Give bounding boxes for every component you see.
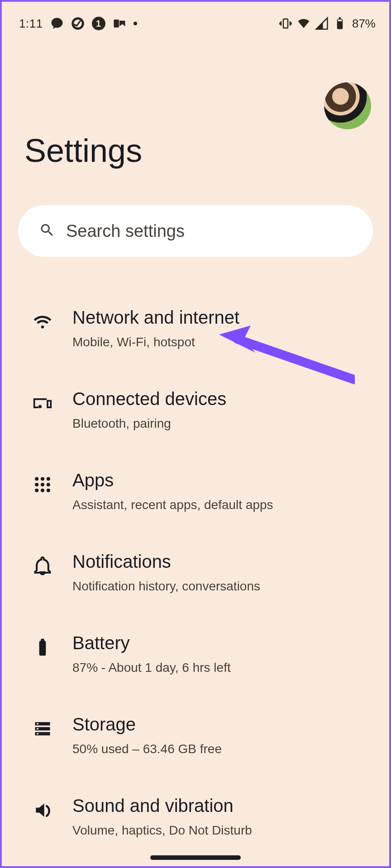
notification-count-badge: 1	[92, 17, 105, 30]
svg-point-13	[47, 489, 50, 492]
item-connected-devices[interactable]: Connected devices Bluetooth, pairing	[2, 370, 389, 451]
wifi-icon	[33, 312, 52, 332]
header: Settings	[2, 37, 389, 169]
item-subtitle: 87% - About 1 day, 6 hrs left	[72, 659, 371, 676]
svg-point-9	[41, 483, 44, 486]
item-subtitle: Volume, haptics, Do Not Disturb	[72, 822, 371, 839]
svg-point-11	[35, 489, 38, 492]
apps-icon	[33, 475, 52, 495]
volume-icon	[33, 800, 52, 820]
svg-rect-0	[114, 19, 119, 28]
profile-avatar[interactable]	[324, 82, 371, 129]
outlook-icon	[113, 17, 126, 30]
item-apps[interactable]: Apps Assistant, recent apps, default app…	[2, 451, 389, 533]
item-battery[interactable]: Battery 87% - About 1 day, 6 hrs left	[2, 614, 389, 695]
item-storage[interactable]: Storage 50% used – 63.46 GB free	[2, 695, 389, 777]
svg-point-5	[35, 477, 38, 481]
svg-point-6	[41, 477, 44, 481]
status-clock: 1:11	[19, 17, 43, 31]
svg-point-10	[47, 483, 50, 486]
item-title: Storage	[72, 712, 371, 736]
status-bar: 1:11 1 87%	[2, 2, 389, 37]
page-title: Settings	[24, 132, 367, 169]
battery-text: 87%	[352, 17, 376, 31]
sync-icon	[71, 17, 85, 30]
devices-icon	[33, 393, 52, 413]
svg-rect-14	[39, 641, 46, 656]
search-placeholder: Search settings	[66, 222, 185, 241]
item-subtitle: Assistant, recent apps, default apps	[72, 496, 371, 514]
svg-rect-15	[41, 639, 44, 642]
storage-icon	[33, 719, 52, 739]
settings-list: Network and internet Mobile, Wi-Fi, hots…	[2, 288, 389, 858]
battery-icon	[33, 637, 52, 657]
svg-rect-21	[37, 733, 38, 735]
status-left: 1:11 1	[19, 17, 137, 31]
status-right: 87%	[279, 17, 376, 31]
search-bar[interactable]: Search settings	[18, 205, 373, 257]
item-title: Apps	[72, 468, 371, 492]
item-subtitle: Mobile, Wi-Fi, hotspot	[72, 334, 371, 351]
vibrate-icon	[279, 17, 292, 30]
svg-rect-4	[338, 19, 342, 21]
item-title: Notifications	[72, 550, 371, 573]
item-title: Battery	[72, 631, 371, 655]
search-icon	[39, 222, 55, 240]
item-notifications[interactable]: Notifications Notification history, conv…	[2, 533, 389, 614]
item-title: Connected devices	[72, 387, 371, 410]
bell-icon	[33, 556, 52, 576]
wifi-icon	[297, 17, 310, 30]
svg-point-7	[47, 477, 50, 481]
item-title: Sound and vibration	[72, 794, 371, 817]
svg-rect-20	[37, 728, 38, 730]
svg-point-8	[35, 483, 38, 486]
svg-point-12	[41, 489, 44, 492]
battery-icon	[333, 17, 347, 30]
chat-icon	[50, 17, 64, 30]
item-subtitle: Notification history, conversations	[72, 578, 371, 595]
signal-icon	[315, 17, 329, 30]
item-subtitle: 50% used – 63.46 GB free	[72, 741, 371, 758]
item-network-internet[interactable]: Network and internet Mobile, Wi-Fi, hots…	[2, 288, 389, 370]
svg-rect-19	[37, 723, 38, 725]
item-title: Network and internet	[72, 306, 371, 329]
overflow-dot-icon	[134, 22, 137, 25]
item-sound-vibration[interactable]: Sound and vibration Volume, haptics, Do …	[2, 777, 389, 858]
svg-rect-3	[339, 17, 341, 19]
gesture-nav-bar[interactable]	[150, 855, 241, 860]
svg-rect-1	[283, 19, 288, 28]
item-subtitle: Bluetooth, pairing	[72, 415, 371, 432]
